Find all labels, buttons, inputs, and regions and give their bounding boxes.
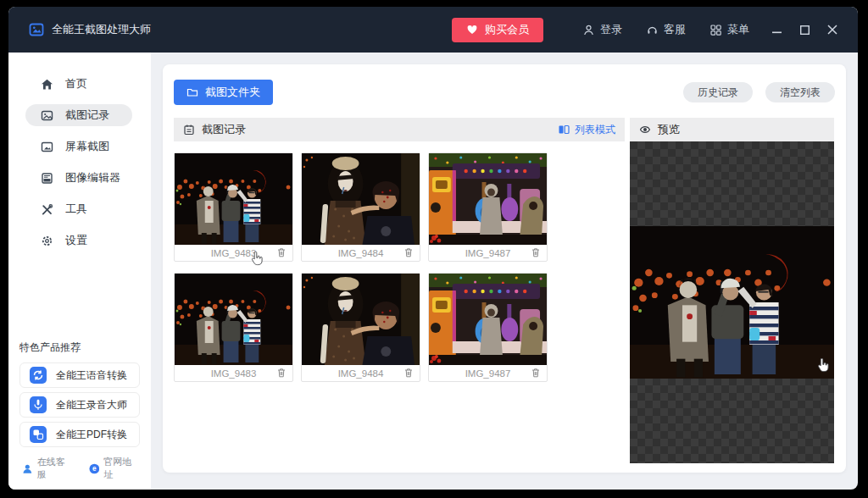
record-filename: IMG_9487 bbox=[465, 248, 511, 258]
promo-section: 特色产品推荐 全能王语音转换 全能王录音大师 bbox=[8, 340, 151, 490]
login-label: 登录 bbox=[600, 22, 622, 37]
record-card[interactable]: IMG_9484 bbox=[301, 152, 420, 262]
trash-icon bbox=[275, 367, 287, 379]
delete-record-button[interactable] bbox=[530, 367, 542, 381]
promo-recorder[interactable]: 全能王录音大师 bbox=[19, 392, 140, 418]
sidebar-label-screen-capture: 屏幕截图 bbox=[65, 139, 109, 154]
app-logo-icon bbox=[29, 22, 44, 37]
heart-icon bbox=[466, 24, 478, 36]
list-mode-icon bbox=[558, 124, 570, 136]
screen-capture-icon bbox=[41, 141, 53, 153]
sidebar-footer: 在线客服 e 官网地址 bbox=[19, 451, 140, 483]
record-label-row: IMG_9484 bbox=[302, 245, 420, 261]
titlebar: 全能王截图处理大师 购买会员 登录 客服 bbox=[8, 7, 858, 53]
list-mode-label: 列表模式 bbox=[575, 123, 615, 137]
image-record-icon bbox=[41, 109, 53, 122]
sidebar-item-screen-capture[interactable]: 屏幕截图 bbox=[25, 136, 132, 158]
delete-record-button[interactable] bbox=[275, 246, 287, 261]
record-card[interactable]: IMG_9487 bbox=[428, 273, 548, 382]
record-label-row: IMG_9487 bbox=[429, 245, 547, 261]
record-thumbnail[interactable] bbox=[302, 153, 420, 245]
online-service-link[interactable]: 在线客服 bbox=[22, 456, 74, 481]
promo-title: 特色产品推荐 bbox=[19, 340, 140, 355]
buy-membership-label: 购买会员 bbox=[485, 22, 529, 37]
list-mode-toggle[interactable]: 列表模式 bbox=[558, 123, 615, 137]
sidebar-item-settings[interactable]: 设置 bbox=[25, 230, 132, 252]
folder-icon bbox=[186, 86, 198, 98]
record-thumbnail[interactable] bbox=[429, 274, 547, 365]
svg-text:e: e bbox=[92, 465, 97, 473]
support-label: 客服 bbox=[664, 22, 686, 37]
menu-button[interactable]: 菜单 bbox=[709, 22, 749, 37]
main-area: 首页 截图记录 屏幕截图 bbox=[8, 53, 858, 490]
trash-icon bbox=[275, 246, 287, 258]
preview-section: 预览 bbox=[630, 118, 834, 463]
trash-icon bbox=[403, 246, 415, 258]
grid-menu-icon bbox=[709, 24, 722, 36]
record-card[interactable]: IMG_9483 bbox=[174, 152, 293, 262]
trash-icon bbox=[530, 367, 542, 379]
voice-convert-icon bbox=[30, 367, 47, 384]
close-icon bbox=[826, 24, 838, 36]
sidebar-item-screenshot-records[interactable]: 截图记录 bbox=[25, 104, 132, 126]
record-filename: IMG_9487 bbox=[465, 368, 511, 379]
delete-record-button[interactable] bbox=[530, 246, 542, 261]
sidebar-item-tools[interactable]: 工具 bbox=[25, 198, 132, 220]
sidebar: 首页 截图记录 屏幕截图 bbox=[8, 53, 151, 490]
website-label: 官网地址 bbox=[103, 456, 140, 481]
toolbar-right: 历史记录 清空列表 bbox=[683, 82, 835, 102]
menu-label: 菜单 bbox=[727, 22, 749, 37]
promo-pdf-converter[interactable]: 全能王PDF转换 bbox=[19, 422, 140, 447]
website-link[interactable]: e 官网地址 bbox=[89, 456, 141, 481]
login-button[interactable]: 登录 bbox=[582, 22, 622, 37]
minimize-button[interactable] bbox=[768, 21, 785, 38]
sidebar-label-tools: 工具 bbox=[65, 202, 87, 217]
pdf-convert-icon bbox=[30, 426, 47, 443]
preview-image bbox=[630, 226, 834, 379]
trash-icon bbox=[403, 367, 415, 379]
records-grid: IMG_9483 bbox=[174, 152, 625, 382]
window-controls bbox=[768, 21, 841, 38]
online-service-label: 在线客服 bbox=[37, 456, 74, 481]
records-header: 截图记录 列表模式 bbox=[174, 118, 625, 141]
record-thumbnail[interactable] bbox=[429, 153, 547, 245]
record-label-row: IMG_9484 bbox=[302, 365, 420, 381]
browser-e-icon: e bbox=[89, 463, 100, 474]
record-thumbnail[interactable] bbox=[302, 274, 420, 365]
app-window: 全能王截图处理大师 购买会员 登录 客服 bbox=[8, 7, 858, 490]
sidebar-item-home[interactable]: 首页 bbox=[25, 73, 132, 95]
delete-record-button[interactable] bbox=[403, 367, 415, 381]
record-filename: IMG_9484 bbox=[338, 248, 384, 258]
promo-voice-converter[interactable]: 全能王语音转换 bbox=[19, 362, 140, 388]
home-icon bbox=[41, 78, 53, 91]
maximize-icon bbox=[799, 25, 810, 36]
record-filename: IMG_9483 bbox=[211, 248, 257, 258]
content-panel: 截图文件夹 历史记录 清空列表 bbox=[163, 64, 846, 473]
record-thumbnail[interactable] bbox=[175, 274, 292, 365]
record-thumbnail[interactable] bbox=[175, 153, 292, 245]
image-editor-icon bbox=[41, 172, 53, 185]
record-label-row: IMG_9483 bbox=[175, 245, 292, 261]
sidebar-label-image-editor: 图像编辑器 bbox=[65, 170, 120, 185]
toolbar: 截图文件夹 历史记录 清空列表 bbox=[174, 80, 835, 105]
delete-record-button[interactable] bbox=[403, 246, 415, 261]
sidebar-item-image-editor[interactable]: 图像编辑器 bbox=[25, 167, 132, 189]
record-card[interactable]: IMG_9487 bbox=[428, 152, 548, 262]
content-area: 截图文件夹 历史记录 清空列表 bbox=[151, 53, 858, 490]
record-filename: IMG_9484 bbox=[338, 368, 384, 379]
tools-icon bbox=[41, 203, 53, 216]
promo-voice-converter-label: 全能王语音转换 bbox=[56, 368, 127, 383]
close-button[interactable] bbox=[824, 21, 841, 38]
titlebar-links: 登录 客服 菜单 bbox=[582, 22, 749, 37]
support-button[interactable]: 客服 bbox=[646, 22, 686, 37]
record-card[interactable]: IMG_9483 bbox=[174, 273, 293, 382]
history-button[interactable]: 历史记录 bbox=[683, 82, 753, 102]
sidebar-label-screenshot-records: 截图记录 bbox=[65, 108, 109, 123]
screenshot-folder-button[interactable]: 截图文件夹 bbox=[174, 80, 273, 105]
maximize-button[interactable] bbox=[796, 21, 813, 38]
delete-record-button[interactable] bbox=[275, 367, 287, 381]
clear-list-button[interactable]: 清空列表 bbox=[765, 82, 835, 102]
record-card[interactable]: IMG_9484 bbox=[301, 273, 420, 382]
app-title: 全能王截图处理大师 bbox=[52, 22, 151, 37]
buy-membership-button[interactable]: 购买会员 bbox=[452, 18, 543, 42]
